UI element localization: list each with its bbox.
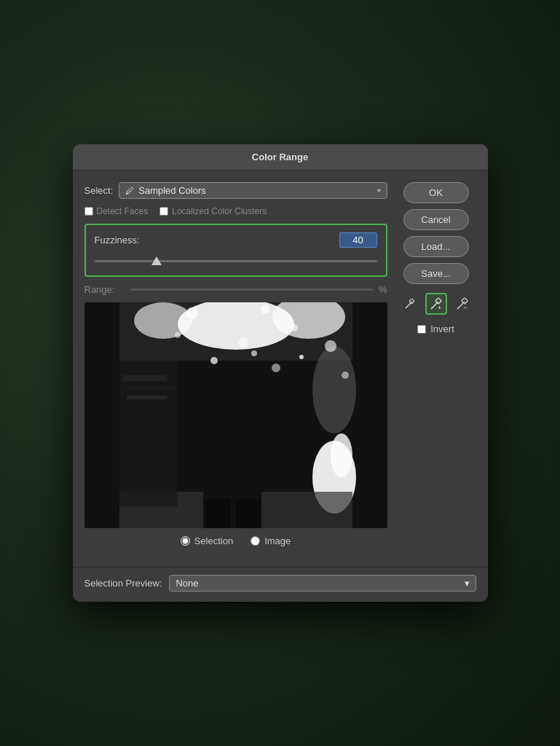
range-row: Range: % xyxy=(84,284,387,295)
chevron-down-preview-icon: ▾ xyxy=(465,578,470,589)
svg-point-9 xyxy=(238,337,248,348)
selection-radio-item[interactable]: Selection xyxy=(181,535,233,546)
detect-faces-label: Detect Faces xyxy=(97,206,149,216)
svg-rect-18 xyxy=(123,375,167,381)
preview-image xyxy=(84,302,387,528)
selection-preview-select[interactable]: None ▾ xyxy=(169,575,476,592)
eyedropper-tool-button[interactable] xyxy=(399,293,421,315)
svg-rect-29 xyxy=(205,499,231,528)
tools-row: + − xyxy=(399,293,473,315)
fuzziness-row: Fuzziness: 40 xyxy=(95,232,377,248)
svg-text:+: + xyxy=(438,305,441,310)
svg-rect-13 xyxy=(272,426,320,441)
svg-point-27 xyxy=(342,372,349,379)
svg-point-26 xyxy=(325,340,336,352)
svg-point-24 xyxy=(272,364,280,372)
range-label: Range: xyxy=(84,284,125,295)
invert-checkbox-row[interactable]: Invert xyxy=(417,323,454,334)
svg-rect-19 xyxy=(123,386,174,390)
eyedropper-minus-icon: − xyxy=(456,297,469,310)
select-dropdown[interactable]: 🖊 Sampled Colors ▾ xyxy=(119,182,387,199)
percent-sign: % xyxy=(379,284,387,295)
svg-point-8 xyxy=(175,332,181,338)
image-label: Image xyxy=(264,535,291,546)
selection-preview-label: Selection Preview: xyxy=(84,578,162,589)
fuzziness-slider-thumb[interactable] xyxy=(151,256,162,265)
fuzziness-slider-track[interactable] xyxy=(95,260,377,262)
fuzziness-input[interactable]: 40 xyxy=(339,232,377,248)
range-slider-track[interactable] xyxy=(130,288,373,291)
svg-line-40 xyxy=(457,307,459,309)
left-panel: Select: 🖊 Sampled Colors ▾ Detect Faces xyxy=(84,182,387,555)
color-range-dialog: Color Range Select: 🖊 Sampled Colors ▾ xyxy=(73,144,488,602)
svg-point-22 xyxy=(210,357,218,364)
fuzziness-box: Fuzziness: 40 xyxy=(84,224,387,277)
detect-faces-checkbox-item[interactable]: Detect Faces xyxy=(84,206,149,216)
select-value: Sampled Colors xyxy=(138,185,206,196)
image-radio-item[interactable]: Image xyxy=(251,535,291,546)
svg-point-21 xyxy=(312,346,356,433)
right-panel: OK Cancel Load... Save... xyxy=(396,182,476,555)
radio-row: Selection Image xyxy=(84,535,387,546)
svg-text:−: − xyxy=(464,305,468,310)
svg-point-25 xyxy=(299,355,304,359)
eyedropper-plus-icon: + xyxy=(430,297,443,310)
svg-line-33 xyxy=(406,307,407,308)
checkboxes-row: Detect Faces Localized Color Clusters xyxy=(84,206,387,216)
cancel-button[interactable]: Cancel xyxy=(403,209,469,230)
chevron-down-icon: ▾ xyxy=(377,186,381,195)
localized-checkbox[interactable] xyxy=(159,207,168,216)
ok-button[interactable]: OK xyxy=(403,182,469,203)
selection-radio[interactable] xyxy=(181,536,190,546)
select-row: Select: 🖊 Sampled Colors ▾ xyxy=(84,182,387,199)
localized-checkbox-item[interactable]: Localized Color Clusters xyxy=(159,206,267,216)
load-button[interactable]: Load... xyxy=(403,236,469,257)
fuzziness-label: Fuzziness: xyxy=(95,235,140,246)
eyedropper-icon xyxy=(404,298,416,310)
selection-label: Selection xyxy=(194,535,233,546)
invert-checkbox[interactable] xyxy=(417,325,426,334)
image-radio[interactable] xyxy=(251,536,260,546)
eyedropper-plus-tool-button[interactable]: + xyxy=(425,293,447,315)
fuzziness-slider-container xyxy=(95,254,377,268)
svg-point-7 xyxy=(291,324,298,331)
selection-preview-value: None xyxy=(176,578,198,589)
detect-faces-checkbox[interactable] xyxy=(84,207,93,216)
svg-rect-17 xyxy=(119,361,178,506)
svg-rect-30 xyxy=(236,499,261,528)
preview-svg xyxy=(84,302,387,528)
svg-line-31 xyxy=(406,302,412,307)
svg-point-6 xyxy=(261,305,269,314)
invert-label: Invert xyxy=(430,323,454,334)
localized-label: Localized Color Clusters xyxy=(172,206,267,216)
svg-point-15 xyxy=(331,433,352,477)
svg-line-36 xyxy=(431,307,433,309)
svg-point-5 xyxy=(186,307,198,319)
selection-preview-row: Selection Preview: None ▾ xyxy=(73,567,488,602)
dialog-titlebar: Color Range xyxy=(73,144,488,170)
select-label: Select: xyxy=(84,185,114,196)
svg-point-10 xyxy=(207,377,258,432)
save-button[interactable]: Save... xyxy=(403,263,469,284)
svg-rect-20 xyxy=(127,396,167,399)
svg-point-4 xyxy=(134,302,192,339)
eyedropper-minus-tool-button[interactable]: − xyxy=(451,293,473,315)
dialog-title: Color Range xyxy=(252,152,308,162)
svg-point-23 xyxy=(251,350,257,356)
select-eyedropper-icon: 🖊 xyxy=(125,186,134,196)
